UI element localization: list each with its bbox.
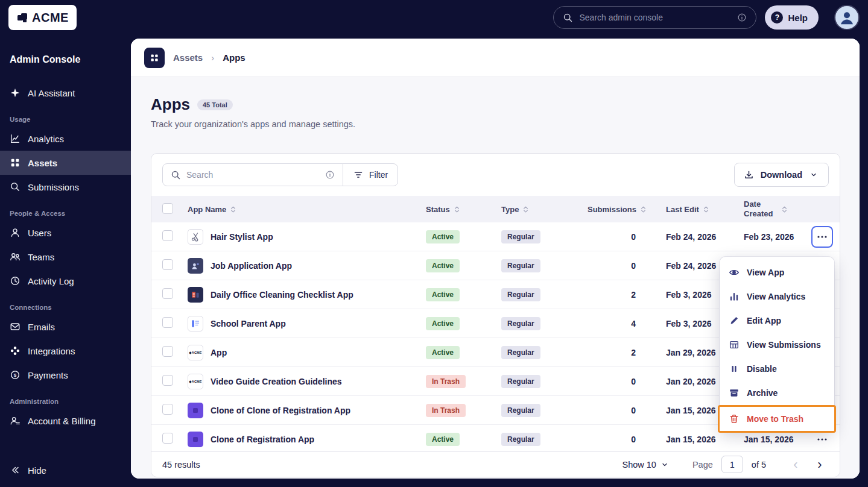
sidebar-item-assets[interactable]: Assets <box>0 151 131 175</box>
app-name[interactable]: Clone of Clone of Registration App <box>211 406 350 415</box>
sidebar-section-connections: Connections <box>0 304 131 311</box>
table-row[interactable]: Hair Stylist App Active Regular 0 Feb 24… <box>151 222 840 251</box>
type-badge: Regular <box>501 375 540 388</box>
row-checkbox[interactable] <box>162 375 173 386</box>
sidebar-item-integrations[interactable]: Integrations <box>0 339 131 363</box>
table-search-input[interactable] <box>186 170 319 180</box>
column-header-app-name[interactable]: App Name <box>188 205 226 214</box>
app-name[interactable]: School Parent App <box>211 319 286 328</box>
row-checkbox[interactable] <box>162 259 173 270</box>
download-label: Download <box>761 170 802 180</box>
sidebar-item-ai-assistant[interactable]: AI Assistant <box>0 81 131 105</box>
row-checkbox[interactable] <box>162 230 173 241</box>
sidebar-item-label: AI Assistant <box>28 88 75 98</box>
sidebar-item-teams[interactable]: Teams <box>0 245 131 269</box>
table-toolbar: Filter Download <box>151 154 840 196</box>
menu-item-view-app[interactable]: View App <box>720 260 834 284</box>
app-name[interactable]: App <box>211 348 227 357</box>
sidebar-item-analytics[interactable]: Analytics <box>0 127 131 151</box>
table-search-box[interactable] <box>162 163 343 186</box>
column-header-status[interactable]: Status <box>426 205 450 214</box>
info-icon[interactable] <box>325 169 335 180</box>
breadcrumb-assets-link[interactable]: Assets <box>173 52 203 63</box>
menu-item-view-submissions[interactable]: View Submissions <box>720 333 834 357</box>
pause-icon <box>729 363 740 374</box>
table-header-row: App Name Status Type Submissions Last Ed… <box>151 196 840 222</box>
sidebar-item-emails[interactable]: Emails <box>0 315 131 339</box>
sidebar-item-activity-log[interactable]: Activity Log <box>0 269 131 293</box>
app-name[interactable]: Daily Office Cleaning Checklist App <box>211 290 353 300</box>
column-header-submissions[interactable]: Submissions <box>588 205 636 214</box>
row-actions-button[interactable] <box>811 226 833 248</box>
sort-icon <box>640 206 647 213</box>
sidebar-section-administration: Administration <box>0 398 131 405</box>
integrations-icon <box>10 345 21 356</box>
menu-item-disable[interactable]: Disable <box>720 357 834 381</box>
filter-button[interactable]: Filter <box>343 163 398 186</box>
submissions-count: 0 <box>588 377 666 386</box>
sort-icon <box>454 206 460 213</box>
menu-item-move-to-trash[interactable]: Move to Trash <box>718 405 836 433</box>
help-label: Help <box>788 13 808 23</box>
status-badge: Active <box>426 317 460 330</box>
menu-item-edit-app[interactable]: Edit App <box>720 309 834 333</box>
page-title: Apps <box>151 95 190 114</box>
next-page-button[interactable]: › <box>811 456 829 474</box>
sidebar-item-label: Integrations <box>28 346 75 356</box>
row-checkbox[interactable] <box>162 346 173 357</box>
sidebar-item-label: Assets <box>28 158 57 168</box>
menu-item-label: Archive <box>747 388 778 398</box>
page-number-input[interactable] <box>721 456 743 473</box>
collapse-icon <box>10 465 21 476</box>
previous-page-button[interactable]: ‹ <box>787 456 805 474</box>
admin-search-bar[interactable] <box>553 6 756 29</box>
acme-logo-mark-icon <box>16 12 27 23</box>
menu-item-view-analytics[interactable]: View Analytics <box>720 284 834 309</box>
app-name[interactable]: Video Guide Creation Guidelines <box>211 377 342 386</box>
row-checkbox[interactable] <box>162 433 173 444</box>
sidebar-item-users[interactable]: Users <box>0 221 131 245</box>
acme-app-icon: ◆ACME <box>188 374 203 389</box>
app-name[interactable]: Clone of Registration App <box>211 435 314 444</box>
row-checkbox[interactable] <box>162 317 173 328</box>
sidebar-item-account-billing[interactable]: Account & Billing <box>0 409 131 433</box>
grid-icon <box>10 157 21 168</box>
info-icon[interactable] <box>737 12 747 23</box>
sidebar-item-label: Account & Billing <box>28 416 96 426</box>
bar-chart-icon <box>729 291 740 302</box>
acme-logo[interactable]: ACME <box>8 5 77 30</box>
sidebar-item-payments[interactable]: $ Payments <box>0 363 131 387</box>
sidebar-item-label: Submissions <box>28 182 79 192</box>
sidebar-item-label: Users <box>28 228 51 238</box>
column-header-type[interactable]: Type <box>501 205 519 214</box>
user-avatar[interactable] <box>834 5 860 30</box>
row-checkbox[interactable] <box>162 288 173 299</box>
download-button[interactable]: Download <box>734 163 829 187</box>
help-button[interactable]: ? Help <box>765 5 819 30</box>
submissions-count: 0 <box>588 232 666 242</box>
search-icon <box>10 181 21 192</box>
app-name[interactable]: Job Application App <box>211 261 292 271</box>
status-badge: In Trash <box>426 404 466 417</box>
type-badge: Regular <box>501 433 540 446</box>
select-all-checkbox[interactable] <box>162 203 173 214</box>
column-header-last-edit[interactable]: Last Edit <box>666 205 699 214</box>
page-of-label: of 5 <box>752 460 766 470</box>
row-checkbox[interactable] <box>162 404 173 415</box>
sidebar-hide-button[interactable]: Hide <box>0 458 131 482</box>
admin-search-input[interactable] <box>579 13 730 22</box>
sparkle-icon <box>10 87 21 98</box>
submissions-count: 4 <box>588 319 666 328</box>
menu-item-label: View Analytics <box>747 292 805 301</box>
page-size-select[interactable]: Show 10 <box>622 460 668 470</box>
menu-item-label: View Submissions <box>747 340 821 350</box>
status-badge: Active <box>426 259 460 272</box>
status-badge: Active <box>426 288 460 301</box>
submissions-count: 0 <box>588 261 666 271</box>
sidebar-item-submissions[interactable]: Submissions <box>0 175 131 199</box>
app-name[interactable]: Hair Stylist App <box>211 232 273 242</box>
table-icon <box>729 339 740 350</box>
column-header-date-created[interactable]: Date Created <box>744 200 778 218</box>
admin-console-app: ACME ? Help Admin Console AI Assistant <box>0 0 868 487</box>
menu-item-archive[interactable]: Archive <box>720 381 834 405</box>
